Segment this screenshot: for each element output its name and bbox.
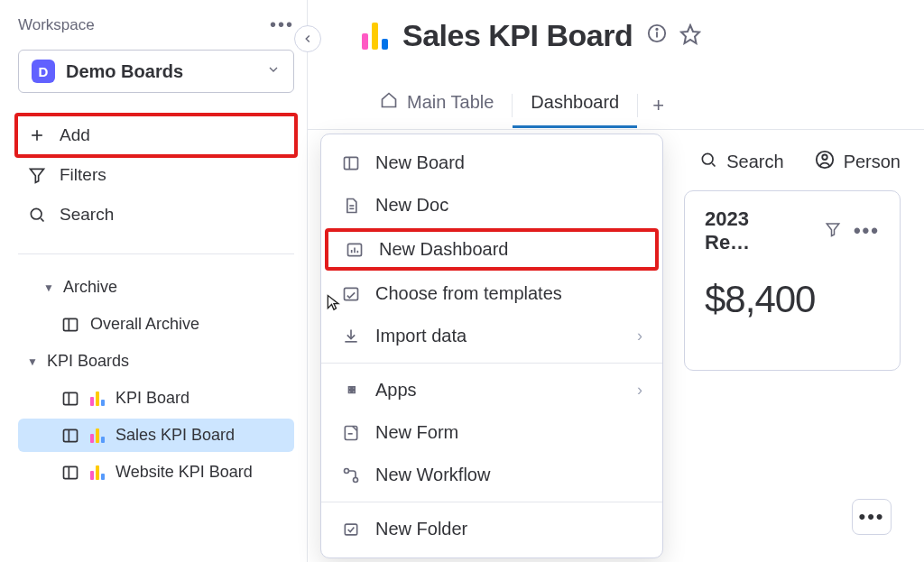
card-value: $8,400 bbox=[705, 278, 880, 321]
svg-point-3 bbox=[31, 208, 42, 219]
collapse-sidebar-button[interactable] bbox=[294, 25, 321, 52]
menu-label: Import data bbox=[375, 326, 467, 346]
toolbar-person[interactable]: Person bbox=[815, 150, 901, 174]
filter-icon[interactable] bbox=[825, 219, 841, 243]
svg-point-34 bbox=[354, 477, 358, 482]
bars-icon bbox=[362, 23, 388, 50]
board-icon bbox=[61, 464, 81, 482]
svg-point-17 bbox=[703, 153, 714, 164]
kpi-card[interactable]: 2023 Re… ••• $8,400 bbox=[684, 190, 901, 371]
workflow-icon bbox=[341, 466, 361, 484]
person-icon bbox=[815, 150, 835, 174]
menu-separator bbox=[321, 502, 662, 502]
sidebar-tree: ▼ Archive Overall Archive ▼ KPI Boards bbox=[18, 271, 294, 489]
menu-apps[interactable]: Apps › bbox=[321, 369, 662, 411]
tree-archive-label: Archive bbox=[63, 278, 117, 297]
tree-item-label: KPI Board bbox=[116, 389, 189, 408]
card-menu-icon[interactable]: ••• bbox=[854, 219, 880, 243]
main-panel: Sales KPI Board Main Table Dashboard bbox=[308, 0, 924, 562]
bars-icon bbox=[90, 392, 105, 406]
menu-new-dashboard[interactable]: New Dashboard bbox=[325, 228, 659, 271]
tree-kpi-boards[interactable]: ▼ KPI Boards bbox=[18, 345, 294, 378]
menu-choose-templates[interactable]: Choose from templates bbox=[321, 272, 662, 315]
menu-import-data[interactable]: Import data › bbox=[321, 315, 662, 357]
menu-label: New Board bbox=[375, 152, 465, 173]
svg-marker-2 bbox=[31, 169, 44, 182]
menu-new-folder[interactable]: New Folder bbox=[321, 508, 662, 550]
sidebar-search-button[interactable]: Search bbox=[18, 196, 294, 234]
toolbar-search[interactable]: Search bbox=[699, 150, 783, 174]
sidebar: Workspace ••• D Demo Boards Add Filters bbox=[0, 0, 308, 562]
svg-line-18 bbox=[712, 163, 715, 166]
tree-kpi-board[interactable]: KPI Board bbox=[18, 382, 294, 415]
menu-label: New Folder bbox=[375, 519, 467, 539]
workspace-name: Demo Boards bbox=[66, 61, 255, 82]
tab-main-table[interactable]: Main Table bbox=[362, 82, 512, 129]
folder-icon bbox=[341, 521, 361, 539]
tabs: Main Table Dashboard + bbox=[308, 82, 924, 130]
page-title: Sales KPI Board bbox=[402, 18, 633, 53]
menu-label: New Dashboard bbox=[379, 239, 508, 260]
tree-overall-archive[interactable]: Overall Archive bbox=[18, 308, 294, 341]
form-icon bbox=[341, 424, 361, 442]
board-icon bbox=[61, 427, 81, 445]
svg-rect-22 bbox=[345, 157, 358, 169]
search-icon bbox=[699, 151, 717, 173]
star-icon[interactable] bbox=[679, 23, 701, 49]
search-icon bbox=[27, 206, 47, 224]
svg-point-33 bbox=[345, 468, 349, 473]
filters-label: Filters bbox=[60, 165, 106, 185]
add-tab-button[interactable]: + bbox=[638, 94, 679, 117]
workspace-label: Workspace bbox=[18, 16, 95, 34]
menu-label: New Doc bbox=[375, 195, 448, 216]
menu-separator bbox=[321, 363, 662, 364]
tab-label: Main Table bbox=[407, 92, 494, 113]
apps-icon bbox=[341, 382, 361, 400]
menu-new-doc[interactable]: New Doc bbox=[321, 184, 662, 226]
workspace-chip: D bbox=[32, 60, 55, 83]
add-button[interactable]: Add bbox=[14, 113, 298, 158]
svg-rect-11 bbox=[64, 466, 78, 478]
toolbar-person-label: Person bbox=[844, 152, 901, 172]
plus-icon bbox=[27, 126, 47, 144]
toolbar-search-label: Search bbox=[726, 152, 783, 172]
add-menu: New Board New Doc New Dashboard Choose f… bbox=[320, 134, 663, 558]
filter-icon bbox=[27, 166, 47, 184]
menu-label: New Form bbox=[375, 422, 458, 443]
chevron-right-icon: › bbox=[637, 381, 642, 400]
caret-down-icon: ▼ bbox=[27, 355, 38, 368]
widget-menu-button[interactable]: ••• bbox=[852, 499, 892, 535]
doc-icon bbox=[341, 197, 361, 215]
svg-line-4 bbox=[41, 218, 43, 221]
bars-icon bbox=[90, 428, 105, 443]
svg-point-20 bbox=[822, 155, 827, 161]
caret-down-icon: ▼ bbox=[43, 281, 54, 294]
divider bbox=[18, 253, 294, 254]
workspace-menu-icon[interactable]: ••• bbox=[270, 14, 294, 35]
svg-rect-5 bbox=[64, 318, 78, 330]
tab-dashboard[interactable]: Dashboard bbox=[513, 83, 637, 128]
menu-label: Choose from templates bbox=[375, 283, 562, 304]
tree-kpi-label: KPI Boards bbox=[47, 352, 129, 371]
filters-button[interactable]: Filters bbox=[18, 156, 294, 194]
board-icon bbox=[61, 316, 81, 334]
title-row: Sales KPI Board bbox=[308, 11, 924, 60]
menu-new-form[interactable]: New Form bbox=[321, 411, 662, 454]
menu-label: New Workflow bbox=[375, 465, 490, 485]
sidebar-search-label: Search bbox=[60, 205, 114, 225]
menu-new-board[interactable]: New Board bbox=[321, 142, 662, 184]
tree-website-kpi-board[interactable]: Website KPI Board bbox=[18, 456, 294, 489]
add-label: Add bbox=[60, 125, 90, 145]
chevron-right-icon: › bbox=[637, 327, 642, 345]
svg-rect-9 bbox=[64, 429, 78, 441]
tree-item-label: Overall Archive bbox=[90, 315, 199, 334]
dashboard-icon bbox=[345, 241, 365, 259]
menu-label: Apps bbox=[375, 380, 417, 401]
bars-icon bbox=[90, 465, 105, 480]
tree-sales-kpi-board[interactable]: Sales KPI Board bbox=[18, 419, 294, 452]
workspace-selector[interactable]: D Demo Boards bbox=[18, 50, 294, 93]
svg-marker-16 bbox=[681, 25, 699, 43]
info-icon[interactable] bbox=[647, 23, 667, 49]
tree-archive[interactable]: ▼ Archive bbox=[18, 271, 294, 304]
menu-new-workflow[interactable]: New Workflow bbox=[321, 454, 662, 496]
